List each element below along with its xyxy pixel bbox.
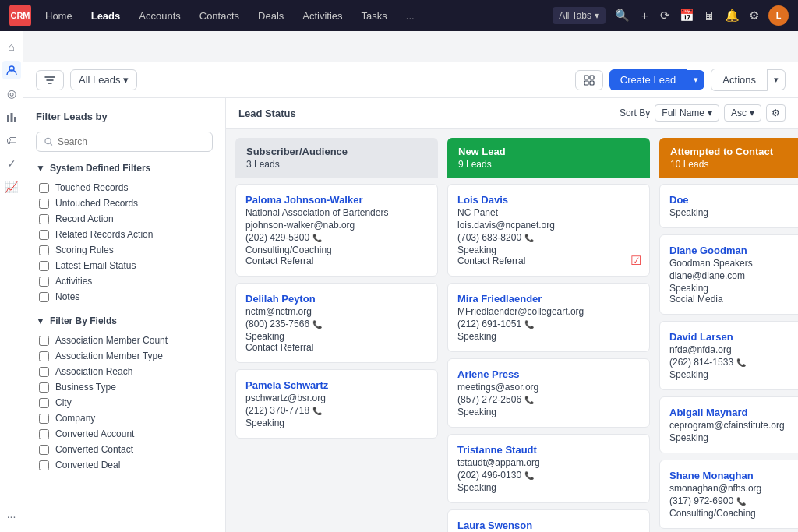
lead-card-shane[interactable]: Shane Monaghan smonaghan@nfhs.org (317) … xyxy=(659,460,798,529)
calc-icon[interactable]: 🖩 xyxy=(704,9,715,23)
bell-icon[interactable]: 🔔 xyxy=(725,9,740,23)
lead-tag2: Contact Referral xyxy=(245,342,428,353)
filter-converted-deal[interactable]: Converted Deal xyxy=(36,457,213,473)
actions-dropdown-btn[interactable]: ▾ xyxy=(768,69,786,90)
lead-card-diane[interactable]: Diane Goodman Goodman Speakers diane@dia… xyxy=(659,234,798,315)
filter-business-type[interactable]: Business Type xyxy=(36,379,213,395)
all-leads-dropdown[interactable]: All Leads ▾ xyxy=(70,69,137,90)
untouched-records-checkbox[interactable] xyxy=(39,199,49,209)
main-area: All Leads ▾ Create Lead ▾ Actions ▾ Filt… xyxy=(23,62,798,532)
column-filter-btn[interactable] xyxy=(575,70,603,90)
user-avatar[interactable]: L xyxy=(768,5,789,26)
sidebar-leads-icon[interactable] xyxy=(2,61,21,79)
related-records-action-checkbox[interactable] xyxy=(39,230,49,240)
filter-record-action[interactable]: Record Action xyxy=(36,211,213,227)
nav-tasks[interactable]: Tasks xyxy=(354,7,395,25)
filter-untouched-records[interactable]: Untouched Records xyxy=(36,196,213,211)
filter-related-records-action[interactable]: Related Records Action xyxy=(36,227,213,242)
filter-city[interactable]: City xyxy=(36,395,213,410)
lead-card-david[interactable]: David Larsen nfda@nfda.org (262) 814-153… xyxy=(659,321,798,390)
sort-by-label: Sort By xyxy=(620,107,650,118)
refresh-icon[interactable]: ⟳ xyxy=(660,9,670,23)
lead-tag1: Consulting/Coaching xyxy=(245,245,428,255)
filter-latest-email-status[interactable]: Latest Email Status xyxy=(36,258,213,273)
sidebar-target-icon[interactable]: ◎ xyxy=(2,84,21,103)
filter-converted-contact[interactable]: Converted Contact xyxy=(36,442,213,457)
field-filters-title[interactable]: ▼ Filter By Fields xyxy=(36,315,213,326)
nav-more[interactable]: ... xyxy=(398,7,422,25)
lead-email: smonaghan@nfhs.org xyxy=(669,483,798,494)
add-icon[interactable]: ＋ xyxy=(639,9,651,23)
record-action-checkbox[interactable] xyxy=(39,214,49,224)
nav-contacts[interactable]: Contacts xyxy=(192,7,247,25)
settings-icon[interactable]: ⚙ xyxy=(749,9,759,23)
lead-card-doe[interactable]: Doe Speaking xyxy=(659,184,798,228)
column-header-new-lead: New Lead 9 Leads xyxy=(447,138,650,178)
calendar-icon[interactable]: 📅 xyxy=(680,9,694,23)
activities-checkbox[interactable] xyxy=(39,277,49,287)
create-lead-dropdown-btn[interactable]: ▾ xyxy=(687,70,704,90)
sidebar-graph-icon[interactable]: 📈 xyxy=(2,178,21,196)
lead-card-lois[interactable]: Lois Davis NC Panet lois.davis@ncpanet.o… xyxy=(447,184,650,277)
scoring-rules-checkbox[interactable] xyxy=(39,245,49,255)
system-filters-title[interactable]: ▼ System Defined Filters xyxy=(36,163,213,174)
company-checkbox[interactable] xyxy=(39,414,49,424)
filter-search-input[interactable] xyxy=(58,136,204,147)
assoc-member-count-checkbox[interactable] xyxy=(39,336,49,346)
lead-card-delilah[interactable]: Delilah Peyton nctm@nctm.org (800) 235-7… xyxy=(235,283,438,363)
sort-order-dropdown[interactable]: Asc ▾ xyxy=(724,104,761,122)
nav-activities[interactable]: Activities xyxy=(295,7,350,25)
filter-activities[interactable]: Activities xyxy=(36,273,213,289)
lead-card-pamela[interactable]: Pamela Schwartz pschwartz@bsr.org (212) … xyxy=(235,369,438,439)
filter-assoc-reach[interactable]: Association Reach xyxy=(36,364,213,379)
city-checkbox[interactable] xyxy=(39,398,49,408)
filter-assoc-member-count[interactable]: Association Member Count xyxy=(36,333,213,348)
system-filters-group: ▼ System Defined Filters Touched Records… xyxy=(36,163,213,305)
lead-name: Abigail Maynard xyxy=(669,407,798,418)
sidebar-check-icon[interactable]: ✓ xyxy=(2,154,21,173)
create-lead-btn[interactable]: Create Lead xyxy=(609,69,687,90)
converted-account-checkbox[interactable] xyxy=(39,429,49,439)
sort-field-dropdown[interactable]: Full Name ▾ xyxy=(655,104,719,122)
all-tabs-dropdown[interactable]: All Tabs ▾ xyxy=(553,7,606,24)
lead-card-laura[interactable]: Laura Swenson xyxy=(447,509,650,532)
lead-email: tstaudt@appam.org xyxy=(457,457,640,468)
column-attempted: Attempted to Contact 10 Leads Doe Speaki… xyxy=(659,138,798,529)
business-type-checkbox[interactable] xyxy=(39,382,49,393)
actions-btn[interactable]: Actions xyxy=(711,69,768,91)
lead-card-abigail[interactable]: Abigail Maynard ceprogram@cfainstitute.o… xyxy=(659,396,798,453)
lead-name: David Larsen xyxy=(669,331,798,343)
filter-toggle-btn[interactable] xyxy=(36,70,64,90)
lead-card-paloma[interactable]: Paloma Johnson-Walker National Associati… xyxy=(235,184,438,277)
sidebar-chart-icon[interactable] xyxy=(2,107,21,126)
lead-card-arlene[interactable]: Arlene Press meetings@asor.org (857) 272… xyxy=(447,358,650,428)
filter-company[interactable]: Company xyxy=(36,410,213,426)
filter-notes[interactable]: Notes xyxy=(36,289,213,305)
lead-card-tristanne[interactable]: Tristanne Staudt tstaudt@appam.org (202)… xyxy=(447,434,650,503)
search-icon[interactable]: 🔍 xyxy=(615,9,630,23)
notes-checkbox[interactable] xyxy=(39,292,49,302)
filter-converted-account[interactable]: Converted Account xyxy=(36,426,213,442)
sidebar-tag-icon[interactable]: 🏷 xyxy=(2,131,21,150)
nav-accounts[interactable]: Accounts xyxy=(131,7,188,25)
filter-assoc-member-type[interactable]: Association Member Type xyxy=(36,348,213,364)
touched-records-checkbox[interactable] xyxy=(39,183,49,193)
toolbar: All Leads ▾ Create Lead ▾ Actions ▾ xyxy=(23,62,798,98)
lead-card-mira[interactable]: Mira Friedlaender MFriedlaender@collegea… xyxy=(447,283,650,352)
nav-home[interactable]: Home xyxy=(37,7,80,25)
converted-deal-checkbox[interactable] xyxy=(39,460,49,470)
filter-touched-records[interactable]: Touched Records xyxy=(36,180,213,196)
sidebar-more-icon[interactable]: ··· xyxy=(2,507,21,526)
assoc-member-type-checkbox[interactable] xyxy=(39,351,49,361)
lead-name: Tristanne Staudt xyxy=(457,444,640,456)
nav-deals[interactable]: Deals xyxy=(250,7,291,25)
assoc-reach-checkbox[interactable] xyxy=(39,367,49,377)
latest-email-status-checkbox[interactable] xyxy=(39,261,49,271)
sort-settings-btn[interactable]: ⚙ xyxy=(766,104,786,122)
filter-search-box[interactable] xyxy=(36,132,213,152)
nav-leads[interactable]: Leads xyxy=(83,7,129,25)
converted-contact-checkbox[interactable] xyxy=(39,445,49,455)
lead-org: NC Panet xyxy=(457,207,640,218)
sidebar-home-icon[interactable]: ⌂ xyxy=(2,37,21,56)
filter-scoring-rules[interactable]: Scoring Rules xyxy=(36,242,213,258)
